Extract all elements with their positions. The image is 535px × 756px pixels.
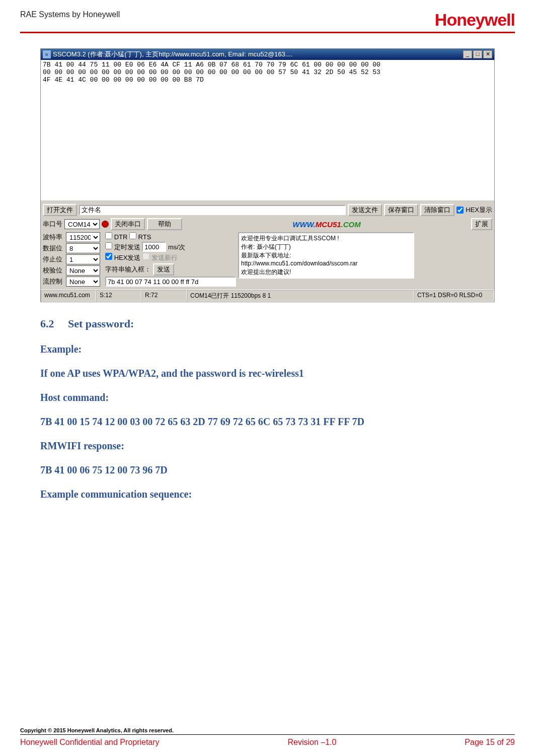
rts-checkbox[interactable] [129, 232, 136, 239]
hex-send-label: HEX发送 [114, 254, 141, 261]
section-number: 6.2 [40, 317, 68, 330]
save-window-button[interactable]: 保存窗口 [384, 204, 418, 216]
stopbits-label: 停止位 [43, 255, 64, 264]
header-left-text: RAE Systems by Honeywell [20, 10, 120, 19]
status-bar: www.mcu51.com S:12 R:72 COM14已打开 115200b… [41, 290, 494, 302]
doc-line: RMWIFI response: [40, 436, 495, 455]
welcome-info: 欢迎使用专业串口调试工具SSCOM ! 作者: 聂小猛(丁丁) 最新版本下载地址… [238, 232, 414, 279]
record-led-icon [102, 221, 109, 228]
send-newline-label: 发送新行 [151, 254, 178, 261]
section-heading: 6.2Set password: [40, 317, 495, 330]
status-port: COM14已打开 115200bps 8 1 [187, 290, 414, 302]
help-button[interactable]: 帮助 [147, 218, 182, 230]
baud-label: 波特率 [43, 233, 64, 242]
doc-line: 7B 41 00 15 74 12 00 03 00 72 65 63 2D 7… [40, 412, 495, 431]
doc-line: Example: [40, 339, 495, 359]
port-label: 串口号 [43, 220, 62, 229]
status-signals: CTS=1 DSR=0 RLSD=0 [414, 290, 494, 302]
dtr-checkbox[interactable] [105, 232, 112, 239]
status-sent: S:12 [96, 290, 141, 302]
stopbits-select[interactable]: 1 [66, 254, 100, 264]
minimize-button[interactable]: _ [463, 50, 472, 58]
databits-select[interactable]: 8 [66, 243, 100, 253]
sscom-screenshot: ≡ SSCOM3.2 (作者:聂小猛(丁丁), 主页http://www.mcu… [40, 48, 495, 302]
titlebar: ≡ SSCOM3.2 (作者:聂小猛(丁丁), 主页http://www.mcu… [41, 49, 494, 60]
status-url: www.mcu51.com [41, 290, 96, 302]
filename-input[interactable] [79, 205, 346, 215]
cmd-input[interactable] [105, 277, 236, 287]
doc-line: Host command: [40, 388, 495, 407]
flowctrl-label: 流控制 [43, 277, 64, 286]
hex-output-area[interactable]: 7B 41 00 44 75 11 00 E0 06 E6 4A CF 11 A… [41, 60, 494, 201]
databits-label: 数据位 [43, 244, 64, 253]
control-panel: 打开文件 发送文件 保存窗口 清除窗口 HEX显示 串口号 COM14 关闭串口… [41, 201, 494, 290]
page-header: RAE Systems by Honeywell Honeywell [20, 10, 515, 33]
hex-display-checkbox[interactable] [456, 207, 464, 214]
copyright-text: Copyright © 2015 Honeywell Analytics, Al… [20, 727, 515, 735]
footer-center: Revision –1.0 [288, 738, 337, 747]
send-button[interactable]: 发送 [153, 263, 174, 276]
timed-send-label: 定时发送 [114, 243, 140, 251]
expand-button[interactable]: 扩展 [471, 218, 492, 230]
honeywell-logo: Honeywell [435, 10, 515, 30]
port-select[interactable]: COM14 [64, 219, 100, 229]
dtr-label: DTR [114, 233, 128, 241]
rts-label: RTS [138, 233, 151, 241]
baud-select[interactable]: 115200 [66, 232, 100, 242]
mcu51-link[interactable]: WWW.MCU51.COM [184, 220, 469, 229]
footer-right: Page 15 of 29 [465, 738, 515, 747]
close-button[interactable]: ✕ [483, 50, 492, 58]
maximize-button[interactable]: □ [473, 50, 482, 58]
send-newline-checkbox [142, 253, 149, 260]
hex-send-checkbox[interactable] [105, 253, 112, 260]
footer-left: Honeywell Confidential and Proprietary [20, 738, 160, 747]
open-file-button[interactable]: 打开文件 [43, 204, 77, 216]
cmd-input-label: 字符串输入框： [105, 265, 151, 273]
timed-send-checkbox[interactable] [105, 242, 112, 249]
clear-window-button[interactable]: 清除窗口 [420, 204, 454, 216]
interval-unit: ms/次 [168, 243, 185, 251]
section-title: Set password: [68, 317, 134, 330]
document-body: 6.2Set password: Example: If one AP uses… [40, 317, 495, 504]
window-title: SSCOM3.2 (作者:聂小猛(丁丁), 主页http://www.mcu51… [53, 50, 463, 59]
app-icon: ≡ [43, 50, 51, 58]
interval-input[interactable] [142, 242, 166, 252]
parity-label: 校验位 [43, 266, 64, 275]
status-recv: R:72 [141, 290, 187, 302]
page-footer: Copyright © 2015 Honeywell Analytics, Al… [20, 727, 515, 747]
doc-line: If one AP uses WPA/WPA2, and the passwor… [40, 364, 495, 383]
close-port-button[interactable]: 关闭串口 [111, 218, 145, 230]
doc-line: 7B 41 00 06 75 12 00 73 96 7D [40, 460, 495, 479]
send-file-button[interactable]: 发送文件 [348, 204, 382, 216]
hex-display-label: HEX显示 [466, 205, 492, 215]
doc-line: Example communication sequence: [40, 485, 495, 504]
flowctrl-select[interactable]: None [66, 277, 100, 287]
parity-select[interactable]: None [66, 265, 100, 276]
